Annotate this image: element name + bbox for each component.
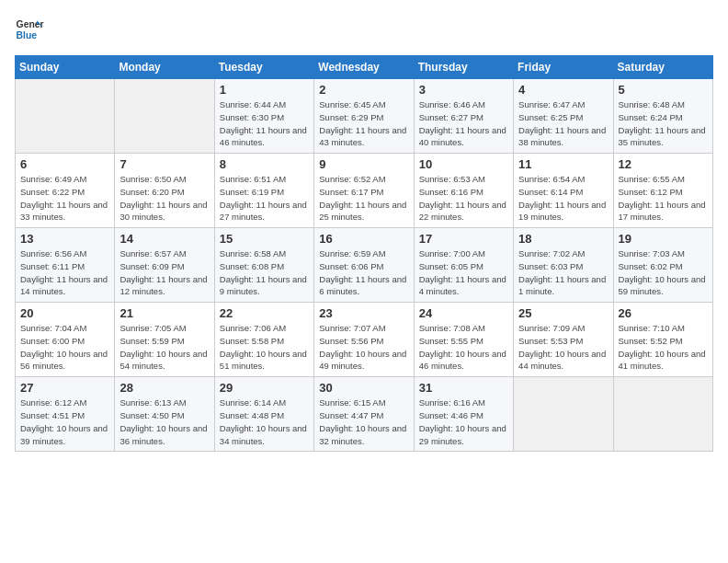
day-number: 1 [220, 83, 309, 97]
logo-icon: General Blue [15, 15, 44, 44]
day-number: 7 [119, 157, 209, 171]
day-info: Sunrise: 6:45 AM Sunset: 6:29 PM Dayligh… [319, 98, 408, 149]
day-number: 5 [619, 83, 708, 97]
day-info: Sunrise: 6:53 AM Sunset: 6:16 PM Dayligh… [419, 173, 508, 224]
calendar-cell: 20Sunrise: 7:04 AM Sunset: 6:00 PM Dayli… [16, 303, 115, 377]
day-info: Sunrise: 6:48 AM Sunset: 6:24 PM Dayligh… [619, 98, 708, 149]
day-info: Sunrise: 7:09 AM Sunset: 5:53 PM Dayligh… [518, 322, 608, 373]
calendar-cell: 8Sunrise: 6:51 AM Sunset: 6:19 PM Daylig… [214, 154, 313, 228]
week-row-3: 13Sunrise: 6:56 AM Sunset: 6:11 PM Dayli… [16, 228, 713, 303]
day-info: Sunrise: 6:15 AM Sunset: 4:47 PM Dayligh… [319, 396, 408, 447]
calendar-cell: 25Sunrise: 7:09 AM Sunset: 5:53 PM Dayli… [514, 303, 613, 377]
day-number: 8 [220, 157, 309, 171]
day-number: 6 [20, 157, 109, 171]
day-info: Sunrise: 6:49 AM Sunset: 6:22 PM Dayligh… [20, 173, 109, 224]
weekday-header-tuesday: Tuesday [214, 56, 313, 79]
calendar-cell: 2Sunrise: 6:45 AM Sunset: 6:29 PM Daylig… [314, 79, 414, 154]
calendar-table: SundayMondayTuesdayWednesdayThursdayFrid… [15, 55, 713, 452]
day-number: 10 [419, 157, 508, 171]
day-number: 4 [518, 83, 608, 97]
day-number: 14 [119, 232, 209, 246]
calendar-cell: 1Sunrise: 6:44 AM Sunset: 6:30 PM Daylig… [214, 79, 313, 154]
day-number: 30 [319, 381, 408, 395]
calendar-cell: 12Sunrise: 6:55 AM Sunset: 6:12 PM Dayli… [613, 154, 712, 228]
day-info: Sunrise: 6:16 AM Sunset: 4:46 PM Dayligh… [419, 396, 508, 447]
day-number: 27 [20, 381, 109, 395]
day-info: Sunrise: 6:13 AM Sunset: 4:50 PM Dayligh… [119, 396, 209, 447]
day-number: 23 [319, 306, 408, 320]
calendar-cell: 17Sunrise: 7:00 AM Sunset: 6:05 PM Dayli… [414, 228, 513, 303]
day-number: 21 [119, 306, 209, 320]
day-info: Sunrise: 6:14 AM Sunset: 4:48 PM Dayligh… [220, 396, 309, 447]
weekday-header-wednesday: Wednesday [314, 56, 414, 79]
day-number: 2 [319, 83, 408, 97]
day-info: Sunrise: 6:54 AM Sunset: 6:14 PM Dayligh… [518, 173, 608, 224]
day-number: 16 [319, 232, 408, 246]
weekday-header-monday: Monday [115, 56, 214, 79]
week-row-4: 20Sunrise: 7:04 AM Sunset: 6:00 PM Dayli… [16, 303, 713, 377]
calendar-cell: 29Sunrise: 6:14 AM Sunset: 4:48 PM Dayli… [214, 377, 313, 452]
day-info: Sunrise: 6:58 AM Sunset: 6:08 PM Dayligh… [220, 247, 309, 298]
day-number: 28 [119, 381, 209, 395]
calendar-cell: 30Sunrise: 6:15 AM Sunset: 4:47 PM Dayli… [314, 377, 414, 452]
day-number: 9 [319, 157, 408, 171]
day-number: 15 [220, 232, 309, 246]
day-info: Sunrise: 6:12 AM Sunset: 4:51 PM Dayligh… [20, 396, 109, 447]
weekday-header-saturday: Saturday [613, 56, 712, 79]
calendar-cell [514, 377, 613, 452]
day-info: Sunrise: 6:57 AM Sunset: 6:09 PM Dayligh… [119, 247, 209, 298]
weekday-header-sunday: Sunday [16, 56, 115, 79]
day-info: Sunrise: 7:10 AM Sunset: 5:52 PM Dayligh… [619, 322, 708, 373]
day-number: 11 [518, 157, 608, 171]
day-number: 17 [419, 232, 508, 246]
day-number: 19 [619, 232, 708, 246]
day-info: Sunrise: 6:46 AM Sunset: 6:27 PM Dayligh… [419, 98, 508, 149]
calendar-cell: 31Sunrise: 6:16 AM Sunset: 4:46 PM Dayli… [414, 377, 513, 452]
day-number: 24 [419, 306, 508, 320]
svg-text:Blue: Blue [17, 30, 38, 40]
day-info: Sunrise: 6:51 AM Sunset: 6:19 PM Dayligh… [220, 173, 309, 224]
weekday-header-thursday: Thursday [414, 56, 513, 79]
day-number: 12 [619, 157, 708, 171]
day-info: Sunrise: 7:07 AM Sunset: 5:56 PM Dayligh… [319, 322, 408, 373]
calendar-cell: 22Sunrise: 7:06 AM Sunset: 5:58 PM Dayli… [214, 303, 313, 377]
day-number: 31 [419, 381, 508, 395]
calendar-cell: 3Sunrise: 6:46 AM Sunset: 6:27 PM Daylig… [414, 79, 513, 154]
calendar-cell: 10Sunrise: 6:53 AM Sunset: 6:16 PM Dayli… [414, 154, 513, 228]
calendar-cell: 13Sunrise: 6:56 AM Sunset: 6:11 PM Dayli… [16, 228, 115, 303]
day-info: Sunrise: 6:50 AM Sunset: 6:20 PM Dayligh… [119, 173, 209, 224]
calendar-cell: 11Sunrise: 6:54 AM Sunset: 6:14 PM Dayli… [514, 154, 613, 228]
day-info: Sunrise: 7:02 AM Sunset: 6:03 PM Dayligh… [518, 247, 608, 298]
calendar-cell [613, 377, 712, 452]
day-number: 20 [20, 306, 109, 320]
day-number: 29 [220, 381, 309, 395]
day-info: Sunrise: 6:44 AM Sunset: 6:30 PM Dayligh… [220, 98, 309, 149]
calendar-cell: 6Sunrise: 6:49 AM Sunset: 6:22 PM Daylig… [16, 154, 115, 228]
calendar-cell: 16Sunrise: 6:59 AM Sunset: 6:06 PM Dayli… [314, 228, 414, 303]
week-row-2: 6Sunrise: 6:49 AM Sunset: 6:22 PM Daylig… [16, 154, 713, 228]
day-number: 3 [419, 83, 508, 97]
day-number: 22 [220, 306, 309, 320]
day-info: Sunrise: 6:52 AM Sunset: 6:17 PM Dayligh… [319, 173, 408, 224]
calendar-cell [115, 79, 214, 154]
calendar-cell: 4Sunrise: 6:47 AM Sunset: 6:25 PM Daylig… [514, 79, 613, 154]
day-info: Sunrise: 7:06 AM Sunset: 5:58 PM Dayligh… [220, 322, 309, 373]
page-container: General Blue SundayMondayTuesdayWednesda… [0, 0, 728, 466]
header: General Blue [15, 15, 713, 44]
calendar-cell: 7Sunrise: 6:50 AM Sunset: 6:20 PM Daylig… [115, 154, 214, 228]
calendar-cell: 18Sunrise: 7:02 AM Sunset: 6:03 PM Dayli… [514, 228, 613, 303]
day-info: Sunrise: 7:00 AM Sunset: 6:05 PM Dayligh… [419, 247, 508, 298]
day-number: 26 [619, 306, 708, 320]
day-info: Sunrise: 7:05 AM Sunset: 5:59 PM Dayligh… [119, 322, 209, 373]
week-row-1: 1Sunrise: 6:44 AM Sunset: 6:30 PM Daylig… [16, 79, 713, 154]
calendar-cell: 19Sunrise: 7:03 AM Sunset: 6:02 PM Dayli… [613, 228, 712, 303]
calendar-cell: 26Sunrise: 7:10 AM Sunset: 5:52 PM Dayli… [613, 303, 712, 377]
calendar-cell [16, 79, 115, 154]
week-row-5: 27Sunrise: 6:12 AM Sunset: 4:51 PM Dayli… [16, 377, 713, 452]
calendar-cell: 9Sunrise: 6:52 AM Sunset: 6:17 PM Daylig… [314, 154, 414, 228]
day-info: Sunrise: 6:59 AM Sunset: 6:06 PM Dayligh… [319, 247, 408, 298]
day-info: Sunrise: 6:55 AM Sunset: 6:12 PM Dayligh… [619, 173, 708, 224]
day-info: Sunrise: 7:08 AM Sunset: 5:55 PM Dayligh… [419, 322, 508, 373]
day-number: 13 [20, 232, 109, 246]
calendar-cell: 21Sunrise: 7:05 AM Sunset: 5:59 PM Dayli… [115, 303, 214, 377]
